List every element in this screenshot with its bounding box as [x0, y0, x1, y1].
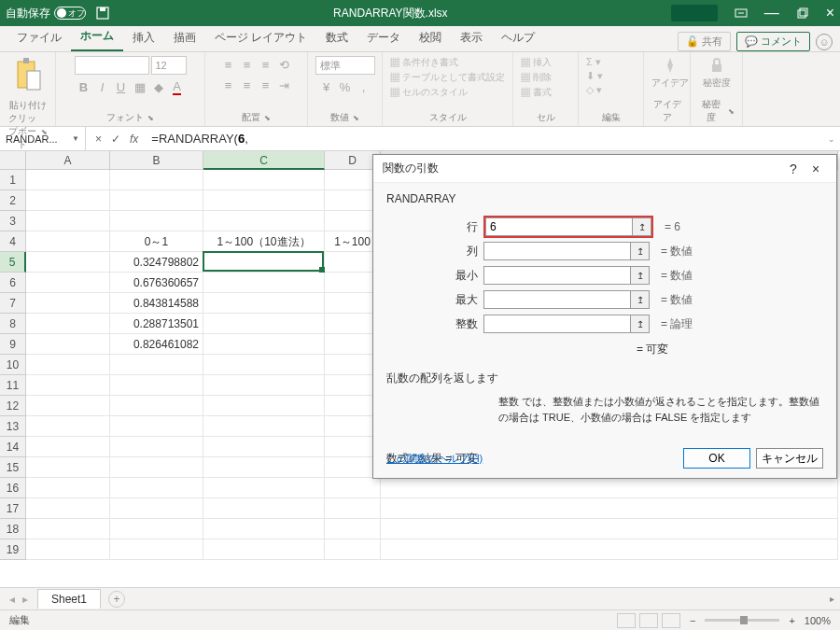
ok-button[interactable]: OK: [683, 448, 750, 469]
cell[interactable]: [26, 375, 110, 396]
font-color-button[interactable]: A: [169, 78, 186, 95]
select-all-corner[interactable]: [0, 151, 26, 170]
view-normal-icon[interactable]: [617, 613, 636, 628]
row-header[interactable]: 11: [0, 375, 26, 396]
arg-input[interactable]: [483, 266, 631, 285]
zoom-level[interactable]: 100%: [805, 615, 831, 626]
autosave-toggle[interactable]: オフ: [54, 7, 86, 20]
sheet-tab-active[interactable]: Sheet1: [37, 589, 101, 609]
cancel-button[interactable]: キャンセル: [756, 448, 823, 469]
comments-button[interactable]: 💬 コメント: [736, 32, 810, 51]
row-header[interactable]: 4: [0, 231, 26, 252]
underline-button[interactable]: U: [113, 78, 130, 95]
dialog-titlebar[interactable]: 関数の引数 ? ×: [373, 155, 836, 183]
tab-file[interactable]: ファイル: [7, 24, 71, 51]
view-pagebreak-icon[interactable]: [662, 613, 680, 628]
cell[interactable]: [26, 519, 110, 539]
align-top-icon[interactable]: ≡: [220, 56, 237, 73]
font-family-dropdown[interactable]: [75, 56, 149, 75]
cell[interactable]: 0.288713501: [110, 314, 203, 334]
minimize-button[interactable]: —: [764, 5, 779, 21]
row-header[interactable]: 15: [0, 457, 26, 478]
cell[interactable]: [110, 355, 203, 375]
cell[interactable]: [110, 170, 203, 190]
zoom-slider[interactable]: [705, 619, 779, 622]
cell[interactable]: [110, 457, 203, 478]
number-format-dropdown[interactable]: 標準: [315, 56, 375, 75]
cell[interactable]: [203, 252, 325, 273]
font-size-dropdown[interactable]: 12: [151, 56, 187, 75]
cell[interactable]: [110, 519, 203, 539]
restore-button[interactable]: [796, 7, 809, 20]
row-header[interactable]: 13: [0, 416, 26, 437]
delete-cells-button[interactable]: ▦ 削除: [521, 71, 552, 84]
cell[interactable]: [26, 334, 110, 355]
cell[interactable]: [203, 314, 325, 334]
row-header[interactable]: 5: [0, 252, 26, 273]
column-header[interactable]: B: [110, 151, 203, 170]
sheet-nav-prev[interactable]: ◂: [9, 593, 15, 606]
cell[interactable]: 0.324798802: [110, 252, 203, 273]
cell[interactable]: [203, 375, 325, 396]
row-header[interactable]: 18: [0, 519, 26, 539]
row-header[interactable]: 9: [0, 334, 26, 355]
cell[interactable]: [203, 539, 325, 560]
row-header[interactable]: 6: [0, 273, 26, 293]
dialog-help-button[interactable]: ?: [782, 161, 805, 176]
bold-button[interactable]: B: [76, 78, 92, 95]
range-selector-icon[interactable]: ↥: [631, 290, 650, 309]
add-sheet-button[interactable]: +: [108, 591, 125, 608]
range-selector-icon[interactable]: ↥: [631, 266, 650, 285]
cell[interactable]: [203, 211, 325, 231]
currency-icon[interactable]: ¥: [318, 78, 335, 95]
cell[interactable]: [110, 478, 203, 498]
cell[interactable]: [110, 190, 203, 211]
cell[interactable]: [325, 478, 381, 498]
conditional-format-button[interactable]: ▦ 条件付き書式: [390, 56, 458, 69]
cell[interactable]: [325, 519, 381, 539]
cell[interactable]: [110, 539, 203, 560]
tab-insert[interactable]: 挿入: [123, 24, 164, 51]
arg-input[interactable]: [485, 217, 633, 236]
fx-icon[interactable]: fx: [130, 133, 138, 146]
row-header[interactable]: 8: [0, 314, 26, 334]
cell[interactable]: [110, 498, 203, 519]
insert-cells-button[interactable]: ▦ 挿入: [521, 56, 552, 69]
row-header[interactable]: 19: [0, 539, 26, 560]
cell[interactable]: [203, 396, 325, 416]
paste-icon[interactable]: [14, 56, 42, 93]
indent-icon[interactable]: ⇥: [276, 77, 293, 93]
cell[interactable]: [26, 170, 110, 190]
feedback-icon[interactable]: ☺: [816, 34, 833, 50]
cell[interactable]: [26, 211, 110, 231]
align-left-icon[interactable]: ≡: [220, 77, 237, 93]
row-header[interactable]: 16: [0, 478, 26, 498]
border-button[interactable]: ▦: [132, 78, 148, 95]
cell[interactable]: 0.676360657: [110, 273, 203, 293]
hscroll-right[interactable]: ▸: [830, 594, 834, 604]
row-header[interactable]: 7: [0, 293, 26, 314]
cell[interactable]: [26, 231, 110, 252]
cell[interactable]: [110, 437, 203, 457]
tab-home[interactable]: ホーム: [71, 22, 123, 51]
column-header[interactable]: A: [26, 151, 110, 170]
autosum-button[interactable]: Σ ▾: [586, 56, 601, 68]
cell[interactable]: 0.843814588: [110, 293, 203, 314]
row-header[interactable]: 3: [0, 211, 26, 231]
cell[interactable]: [203, 273, 325, 293]
align-middle-icon[interactable]: ≡: [239, 56, 256, 73]
cell[interactable]: [110, 416, 203, 437]
fill-color-button[interactable]: ◆: [150, 78, 167, 95]
expand-formula-bar[interactable]: ⌄: [823, 134, 840, 144]
align-center-icon[interactable]: ≡: [239, 77, 256, 93]
cell-styles-button[interactable]: ▦ セルのスタイル: [390, 86, 468, 99]
cell[interactable]: [26, 273, 110, 293]
fill-button[interactable]: ⬇ ▾: [586, 70, 603, 82]
range-selector-icon[interactable]: ↥: [633, 217, 651, 236]
cell[interactable]: [203, 293, 325, 314]
sheet-nav-next[interactable]: ▸: [22, 593, 28, 606]
row-header[interactable]: 12: [0, 396, 26, 416]
cell[interactable]: 0～1: [110, 231, 203, 252]
cell[interactable]: [26, 252, 110, 273]
row-header[interactable]: 17: [0, 498, 26, 519]
